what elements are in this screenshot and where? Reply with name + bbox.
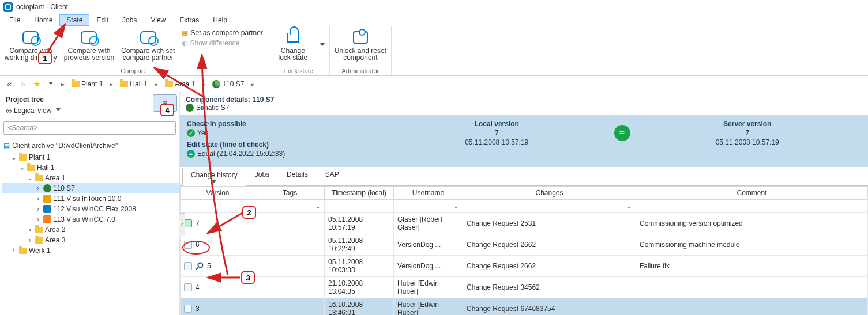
- menu-extras[interactable]: Extras: [172, 14, 206, 26]
- tab-change-history[interactable]: Change history: [182, 168, 246, 186]
- grid-small-icon: ▦: [182, 29, 188, 37]
- tree-node-area2[interactable]: ›Area 2: [2, 225, 179, 235]
- menu-jobs[interactable]: Jobs: [115, 14, 144, 26]
- tab-sap[interactable]: SAP: [317, 167, 348, 185]
- home-icon[interactable]: ▸: [59, 80, 67, 88]
- equal-icon: =: [187, 150, 195, 158]
- local-version-col: Local version 7 05.11.2008 10:57:19: [383, 120, 611, 146]
- set-compare-partner-button[interactable]: ▦ Set as compare partner: [182, 29, 262, 37]
- folder-icon: [35, 237, 43, 244]
- editstate-label: Edit state (time of check): [187, 141, 383, 149]
- intouch-icon: [43, 195, 51, 203]
- s7-icon: [43, 184, 51, 192]
- menu-state[interactable]: State: [59, 14, 89, 26]
- component-title: Component details: 110 S7: [186, 96, 862, 104]
- tab-details[interactable]: Details: [278, 167, 317, 185]
- tab-jobs[interactable]: Jobs: [246, 167, 278, 185]
- grid-header-row: Version Tags Timestamp (local) Username …: [181, 187, 868, 200]
- ribbon-group-compare: Compare with working directory Compare w…: [0, 26, 268, 75]
- menu-file[interactable]: File: [2, 14, 27, 26]
- nav-dropdown[interactable]: [45, 79, 57, 89]
- breadcrumb-hall1[interactable]: Hall 1: [118, 79, 150, 89]
- menu-edit[interactable]: Edit: [89, 14, 115, 26]
- col-tags[interactable]: Tags: [255, 187, 325, 200]
- breadcrumb-110s7[interactable]: 110 S7: [210, 79, 246, 89]
- menubar: File Home State Edit Jobs View Extras He…: [0, 14, 868, 26]
- archive-root[interactable]: ▤ Client archive "D:\vdClientArchive": [1, 141, 178, 151]
- nav-fwd-button[interactable]: »: [17, 79, 29, 89]
- ribbon-group-lock: Change lock state Lock state: [268, 26, 330, 75]
- show-difference-button[interactable]: ◐ Show difference: [182, 39, 239, 47]
- app-icon: [3, 2, 13, 12]
- menu-help[interactable]: Help: [206, 14, 234, 26]
- col-version[interactable]: Version: [181, 187, 255, 200]
- nav-back-button[interactable]: «: [3, 79, 15, 89]
- s7-icon: [186, 104, 194, 112]
- tree-node-111[interactable]: ›111 Visu InTouch 10.0: [2, 193, 179, 204]
- version-state-icon: [184, 262, 192, 270]
- folder-icon: [165, 81, 173, 87]
- col-comment[interactable]: Comment: [636, 187, 868, 200]
- breadcrumb-bar: « » ★ ▸ Plant 1▸ Hall 1▸ Area 1▸ 110 S7▸: [0, 76, 868, 92]
- table-row[interactable]: 316.10.2008 13:46:01Huber [Edwin Huber]C…: [181, 298, 868, 316]
- breadcrumb-plant1[interactable]: Plant 1: [69, 79, 105, 89]
- tree: ⌄Plant 1 ⌄Hall 1 ⌄Area 1 ›110 S7 ›111 Vi…: [0, 151, 179, 256]
- search-input[interactable]: <Search>: [3, 121, 176, 135]
- version-number: 4: [196, 283, 200, 291]
- compare-set-partner-button[interactable]: Compare with set compare partner: [121, 29, 175, 61]
- nav-fav-star-icon[interactable]: ★: [31, 79, 43, 89]
- tree-node-112[interactable]: ›112 Visu WinCC Flex 2008: [2, 204, 179, 214]
- wincc-icon: [43, 215, 51, 223]
- tree-node-plant1[interactable]: ⌄Plant 1: [2, 152, 179, 162]
- col-timestamp[interactable]: Timestamp (local): [325, 187, 394, 200]
- compare-icon: [22, 31, 39, 44]
- lockstate-dropdown[interactable]: [320, 41, 325, 49]
- table-row[interactable]: 705.11.2008 10:57:19Glaser [Robert Glase…: [181, 213, 868, 234]
- compare-previous-button[interactable]: Compare with previous version: [64, 29, 114, 61]
- sidebar-layout-toggle[interactable]: ≡: [153, 94, 177, 112]
- filter-version[interactable]: ⌄: [181, 200, 255, 213]
- chevron-down-icon: [212, 180, 216, 183]
- checkin-value: Yes: [197, 129, 209, 137]
- sidebar: ≡ Project tree ∞ Logical view <Search> ▤…: [0, 92, 180, 315]
- unlock-reset-button[interactable]: Unlock and reset component: [335, 29, 386, 61]
- collapse-sidebar-button[interactable]: ‹: [179, 213, 185, 236]
- tabs: Change history Jobs Details SAP: [180, 167, 868, 186]
- tree-node-hall1[interactable]: ⌄Hall 1: [2, 162, 179, 173]
- group-label-compare: Compare: [121, 66, 146, 74]
- compare-icon: [140, 31, 156, 44]
- diff-small-icon: ◐: [182, 39, 187, 47]
- compare-working-dir-button[interactable]: Compare with working directory: [5, 29, 57, 61]
- filter-tags[interactable]: ⌄: [255, 200, 325, 213]
- change-lockstate-button[interactable]: Change lock state: [273, 29, 313, 61]
- version-state-icon: [184, 305, 192, 313]
- tree-node-110s7[interactable]: ›110 S7: [2, 183, 179, 193]
- tree-node-werk1[interactable]: ›Werk 1: [2, 245, 179, 256]
- breadcrumb-area1[interactable]: Area 1: [163, 79, 197, 89]
- col-username[interactable]: Username: [394, 187, 463, 200]
- col-changes[interactable]: Changes: [463, 187, 636, 200]
- titlebar: octoplant - Client: [0, 0, 868, 14]
- filter-changes[interactable]: ⌄: [463, 200, 636, 213]
- table-row[interactable]: 605.11.2008 10:22:49VersionDog ...Change…: [181, 234, 868, 256]
- filter-comment[interactable]: [636, 200, 868, 213]
- tree-node-area3[interactable]: ›Area 3: [2, 235, 179, 245]
- sidebar-title: Project tree: [6, 96, 44, 104]
- filter-ts[interactable]: [325, 200, 394, 213]
- table-row[interactable]: 421.10.2008 13:04:35Huber [Edwin Huber]C…: [181, 277, 868, 298]
- tree-node-area1[interactable]: ⌄Area 1: [2, 173, 179, 183]
- menu-home[interactable]: Home: [27, 14, 59, 26]
- version-number: 7: [196, 219, 200, 227]
- folder-icon: [72, 81, 80, 87]
- menu-view[interactable]: View: [144, 14, 172, 26]
- component-icon: [212, 80, 220, 88]
- pin-icon: [194, 260, 205, 272]
- filter-user[interactable]: ⌄: [394, 200, 463, 213]
- group-label-admin: Administrator: [341, 66, 379, 74]
- table-row[interactable]: 505.11.2008 10:03:33VersionDog ...Change…: [181, 256, 868, 277]
- tree-node-113[interactable]: ›113 Visu WinCC 7.0: [2, 214, 179, 225]
- version-number: 3: [196, 305, 200, 313]
- folder-icon: [19, 154, 27, 161]
- folder-icon: [19, 248, 27, 254]
- folder-icon: [120, 81, 128, 87]
